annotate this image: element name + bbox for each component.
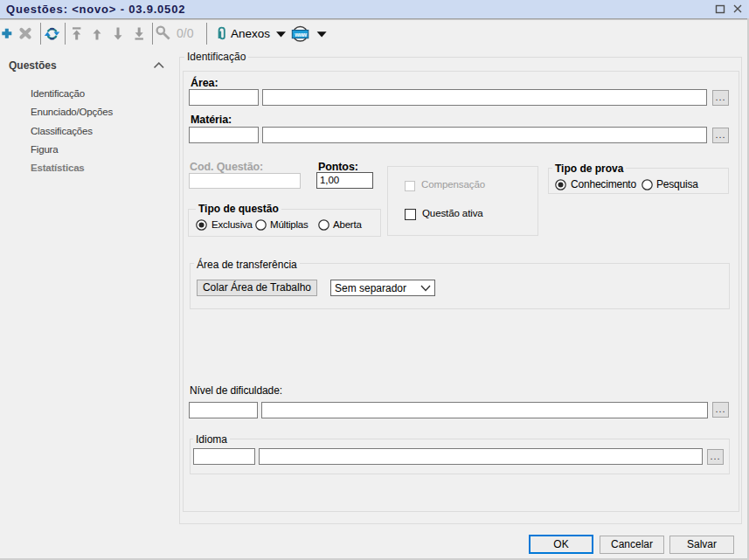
svg-text:www: www [294,31,308,38]
svg-text:Anexos: Anexos [231,27,270,40]
svg-text:0/0: 0/0 [177,26,194,40]
